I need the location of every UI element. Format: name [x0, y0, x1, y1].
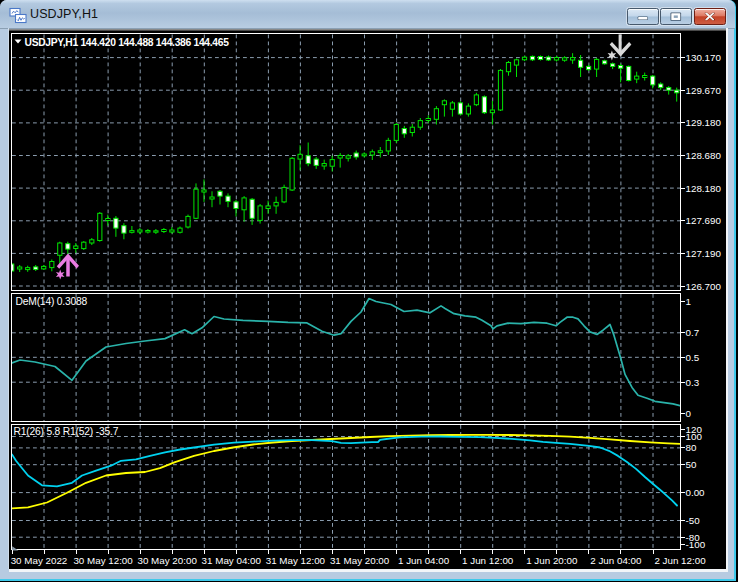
svg-text:0.3: 0.3: [686, 377, 700, 388]
svg-text:DeM(14) 0.3088: DeM(14) 0.3088: [16, 296, 88, 307]
svg-text:R1(26) 5.8 R1(52) -35.7: R1(26) 5.8 R1(52) -35.7: [14, 426, 119, 437]
svg-text:-50: -50: [686, 515, 701, 526]
svg-text:1 Jun 04:00: 1 Jun 04:00: [398, 555, 450, 566]
svg-text:129.180: 129.180: [686, 117, 722, 128]
svg-text:0.00: 0.00: [686, 487, 706, 498]
svg-text:31 May 20:00: 31 May 20:00: [330, 555, 390, 566]
svg-text:1 Jun 20:00: 1 Jun 20:00: [526, 555, 578, 566]
svg-text:-100: -100: [686, 539, 706, 550]
svg-text:30 May 12:00: 30 May 12:00: [73, 555, 133, 566]
svg-text:50: 50: [686, 459, 697, 470]
svg-text:130.170: 130.170: [686, 52, 722, 63]
svg-text:80: 80: [686, 442, 697, 453]
svg-text:30 May 2022: 30 May 2022: [11, 555, 68, 566]
svg-text:31 May 04:00: 31 May 04:00: [202, 555, 262, 566]
svg-text:1: 1: [686, 296, 691, 307]
svg-text:31 May 12:00: 31 May 12:00: [266, 555, 326, 566]
svg-text:127.690: 127.690: [686, 215, 722, 226]
svg-text:0.7: 0.7: [686, 327, 700, 338]
svg-text:2 Jun 04:00: 2 Jun 04:00: [590, 555, 642, 566]
svg-text:0: 0: [686, 408, 692, 419]
svg-text:100: 100: [686, 431, 703, 442]
svg-text:2 Jun 12:00: 2 Jun 12:00: [654, 555, 706, 566]
svg-text:127.190: 127.190: [686, 248, 722, 259]
svg-text:128.180: 128.180: [686, 183, 722, 194]
svg-text:0.5: 0.5: [686, 352, 700, 363]
svg-text:128.680: 128.680: [686, 150, 722, 161]
svg-text:126.700: 126.700: [686, 281, 722, 292]
svg-text:129.670: 129.670: [686, 85, 722, 96]
svg-text:USDJPY,H1 144.420 144.488 144: USDJPY,H1 144.420 144.488 144.386 144.46…: [25, 37, 230, 48]
svg-text:30 May 20:00: 30 May 20:00: [138, 555, 198, 566]
svg-text:1 Jun 12:00: 1 Jun 12:00: [462, 555, 514, 566]
